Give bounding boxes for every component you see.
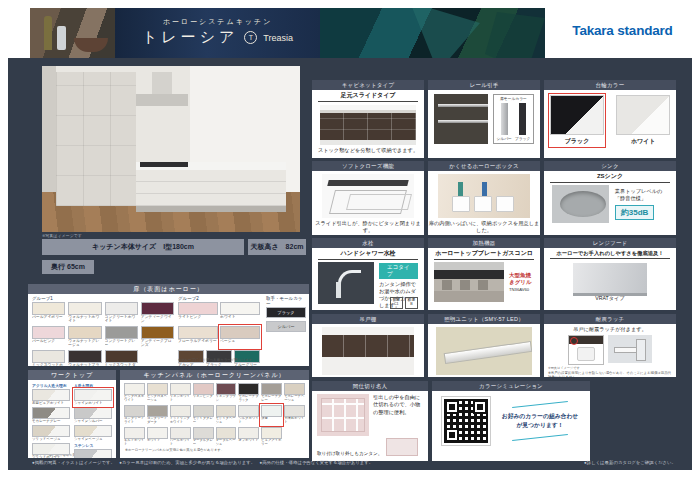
door-swatch[interactable]: コンクリートホワイト [105, 302, 138, 324]
panel-swatch[interactable]: ヒシクロスホワイト [124, 383, 145, 403]
worktop-swatch[interactable]: シャインベージュ [74, 425, 112, 442]
grill-feature-text: 大型魚焼きグリル [509, 272, 534, 286]
feature-header: シンク [544, 161, 676, 171]
worktop-swatch-label: シャインホワイト [74, 401, 112, 406]
base-trim-option-black[interactable]: ブラック [550, 95, 604, 146]
panel-swatch-label: オフホワイト [238, 439, 259, 447]
feature-header: 照明ユニット（SMY-57 LED） [428, 314, 540, 324]
worktop-box: ワークトップ アクリル人造大理石 石目ピュアホワイト [28, 370, 116, 458]
mold-color-label: ブラック [515, 136, 531, 141]
worktop-swatch[interactable]: シャインホワイト [74, 389, 112, 406]
handle-swatch[interactable]: ブラック [266, 307, 306, 318]
panel-swatch-label: モザイクグレー [193, 417, 214, 425]
door-swatch[interactable]: パールピンク [32, 326, 65, 348]
door-swatch[interactable]: ホワイト [220, 302, 260, 324]
door-swatch[interactable]: ウォルナットホワイト [68, 302, 101, 324]
header-accent-graphic [320, 8, 545, 58]
worktop-swatch-chip [74, 425, 112, 437]
feature-color-sim: カラーシミュレーション お好みのカラーの組み合わせが見つかります！ [432, 381, 590, 461]
sink-subtitle: ZSシンク [550, 172, 670, 183]
panel-swatch[interactable]: リネンブラウン [216, 383, 237, 403]
panel-swatch[interactable]: ホワイト [147, 427, 168, 447]
feature-header: 耐震ラッチ [544, 314, 676, 324]
group2-row2: フローラルアイボリー ベージュ [178, 326, 260, 348]
door-swatch-label: アカシア [178, 363, 204, 366]
panel-swatch[interactable]: シルクホワイト [238, 405, 259, 425]
divider-text: 引出しの中を自由に仕切れるので、小物の整理に便利。 [373, 394, 423, 436]
worktop-swatch[interactable]: ソリッドホワイト [32, 443, 70, 458]
faucet-image [318, 262, 374, 304]
feature-enamel-box: かくせるホーローボックス 扉の内側いっぱいに、収納ボックスを用意しました。 [428, 161, 540, 235]
worktop-swatch[interactable]: モカレーナグレー [32, 407, 70, 424]
panel-swatch-chip [124, 383, 145, 395]
door-swatch[interactable]: パールアイボリー [32, 302, 65, 324]
worktop-swatch[interactable]: シャインシルバー [74, 407, 112, 424]
panel-swatch[interactable]: 大理石ホワイト [284, 405, 305, 425]
mold-black-bar[interactable] [519, 103, 526, 135]
door-swatch-label: パールピンク [32, 339, 65, 348]
panel-swatch-label: モカレーナベージュ [284, 395, 305, 403]
panel-swatch-chip [216, 427, 237, 439]
panel-swatch[interactable]: モカレーナベージュ [284, 383, 305, 403]
panel-swatch[interactable]: オフホワイト [238, 427, 259, 447]
panel-swatch-label: 淡雪 [261, 417, 282, 425]
soft-close-caption: スライド引出しが、静かにピタッと閉まります。 [312, 220, 424, 234]
panel-swatch-label: ヒシクロスホワイト [124, 395, 145, 403]
panel-swatch[interactable]: マーブルベージュ [216, 427, 237, 447]
door-swatch[interactable]: ベージュ [220, 326, 260, 348]
panel-swatch[interactable]: モカレーナグレー [261, 383, 282, 403]
door-swatch[interactable]: ウォルナットブラック [68, 350, 101, 366]
panel-swatch[interactable]: モザイクグレー [193, 405, 214, 425]
panel-swatch[interactable]: コンクリートダーク [147, 405, 168, 425]
mold-color-label: シルバー [496, 136, 511, 141]
divider-small-image [386, 438, 418, 456]
left-wall [42, 66, 56, 192]
cooktop-subtitle: ホーロートッププレートガスコンロ [434, 249, 534, 260]
door-swatch[interactable]: ウォルナットグレージュ [68, 326, 101, 348]
door-swatch[interactable]: アンティークワイン [141, 302, 174, 324]
worktop-colA-swatches: 石目ピュアホワイト モカレーナグレー ソリッドベージュ [32, 389, 70, 458]
door-swatch[interactable]: ミックスウッドダーク [105, 350, 138, 366]
door-swatch-label: パールアイボリー [32, 315, 65, 324]
title-band: ホーローシステムキッチン トレーシア T Treasia [115, 8, 320, 58]
feature-header: カラーシミュレーション [432, 381, 590, 391]
door-swatch[interactable]: フローラルアイボリー [178, 326, 218, 348]
panel-swatch[interactable]: マーブルグレー [193, 427, 214, 447]
panel-swatch[interactable]: 淡雪 [261, 405, 282, 425]
panel-swatch[interactable]: ピュアアイボリー [261, 427, 282, 447]
door-swatch[interactable]: ミックスウッドホワイト [32, 350, 65, 366]
worktop-swatch[interactable]: サンドエンボス [74, 449, 112, 458]
panel-swatch[interactable]: コンクリートライト [124, 405, 145, 425]
tall-cabinets [56, 72, 136, 206]
worktop-swatch[interactable]: 石目ピュアホワイト [32, 389, 70, 406]
door-swatch-label: ライトピンク [178, 315, 218, 324]
door-swatch-chip [32, 302, 65, 315]
panel-swatch[interactable]: リネンピンク [193, 383, 214, 403]
mold-silver-bar[interactable] [501, 103, 508, 135]
panel-swatch[interactable]: モザイクベージュ [216, 405, 237, 425]
panel-swatch[interactable]: ヒシクロスベージュ [147, 383, 168, 403]
door-swatch-chip [68, 326, 101, 339]
feature-range-hood: レンジフード ホーローでお手入れのしやすさを徹底追及！ VRATタイプ [544, 238, 676, 310]
enamel-box-caption: 扉の内側いっぱいに、収納ボックスを用意しました。 [428, 220, 540, 234]
panel-swatch[interactable]: キルトホワイト [124, 427, 145, 447]
door-swatch-label: ミックスウッドホワイト [32, 363, 65, 366]
handle-swatch[interactable]: シルバー [266, 321, 306, 332]
base-trim-option-white[interactable]: ホワイト [616, 95, 670, 146]
panel-swatch-label: モカレーナブラック [238, 395, 259, 403]
feature-wall-cabinet: 吊戸棚 [312, 314, 424, 377]
door-swatch[interactable]: ライトピンク [178, 302, 218, 324]
panel-swatch[interactable]: モカレーナブラック [238, 383, 259, 403]
handle-color-label: 取手・モールカラー [266, 296, 306, 306]
feature-header: 加熱機器 [428, 238, 540, 248]
panel-swatch[interactable]: リネンホワイト [170, 383, 191, 403]
divider-caption: 取り付け取り外しもカンタン。 [317, 451, 382, 456]
worktop-swatch[interactable]: ソリッドベージュ [32, 425, 70, 442]
door-swatch[interactable]: アンティークブロンズ [141, 326, 174, 348]
bowl-shape [74, 38, 108, 52]
door-swatch[interactable]: コンクリートグレー [105, 326, 138, 348]
qr-code [442, 397, 490, 445]
product-name-jp: トレーシア [142, 28, 238, 47]
panel-swatch[interactable]: パールホワイト [170, 427, 191, 447]
panel-swatch[interactable]: ドットリングホワイト [170, 405, 191, 425]
